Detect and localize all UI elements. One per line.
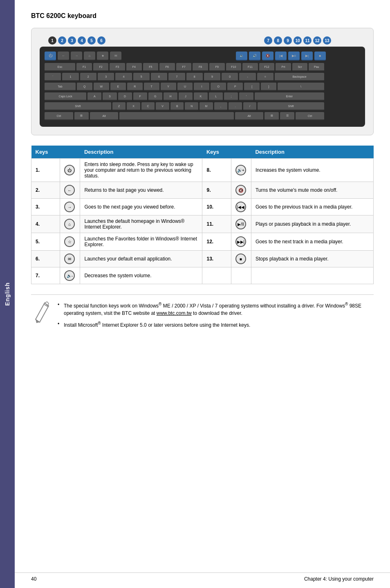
kb-label-3: 3 <box>68 36 76 45</box>
kb-f3: F3 <box>110 63 125 71</box>
kb-rshift: Shift <box>258 102 324 110</box>
keyboard-body: ⏻ ← → ⌂ ★ ✉ 🔉 🔊 🔇 |◀ ▶II ▶| ■ Esc F1 <box>40 47 365 127</box>
kb-f: F <box>133 92 147 101</box>
kb-label-2: 2 <box>58 36 66 45</box>
key-num-left-6: 7. <box>31 267 60 284</box>
kb-semi: ; <box>224 92 238 101</box>
kb-s: S <box>103 92 117 101</box>
note-bullet-2: Install Microsoft® Internet Explorer 5.0… <box>58 320 374 329</box>
kb-g: G <box>148 92 162 101</box>
kb-e: E <box>110 83 126 91</box>
key-num-right-0: 8. <box>202 159 231 182</box>
kb-ctrl-l: Ctrl <box>45 112 73 120</box>
key-icon-right-2: |◀◀ <box>231 199 251 215</box>
kb-l: L <box>209 92 223 101</box>
kb-fav-key: ★ <box>97 52 108 61</box>
kb-c: C <box>141 102 155 110</box>
kb-f12: F12 <box>259 63 275 71</box>
key-desc-left-0: Enters into sleep mode. Press any key to… <box>80 159 202 182</box>
kb-3: 3 <box>98 73 114 81</box>
key-num-right-4: 12. <box>202 233 231 251</box>
kb-tab: Tab <box>45 83 76 91</box>
kb-h: H <box>164 92 177 101</box>
kb-k: K <box>194 92 208 101</box>
kb-v: V <box>156 102 169 110</box>
table-row: 4. ⌂ Launches the default homepage in Wi… <box>31 215 374 233</box>
kb-b: B <box>170 102 184 110</box>
main-content: BTC 6200C keyboard 1 2 3 4 5 6 7 8 9 10 … <box>15 0 390 344</box>
kb-mail-key: ✉ <box>110 52 121 61</box>
kb-quote: ' <box>239 92 253 101</box>
keys-table: Keys Description Keys Description 1. ⏻ E… <box>31 146 374 284</box>
table-row: 5. ☆ Launches the Favorites folder in Wi… <box>31 233 374 251</box>
kb-p: P <box>227 83 243 91</box>
kb-lbracket: [ <box>244 83 260 91</box>
kb-f2: F2 <box>93 63 109 71</box>
kb-f10: F10 <box>226 63 242 71</box>
key-num-left-0: 1. <box>31 159 60 182</box>
kb-slash: / <box>243 102 257 110</box>
note-text-2: Install Microsoft® Internet Explorer 5.0… <box>64 322 250 328</box>
kb-back-key: ← <box>58 52 69 61</box>
kb-0: 0 <box>222 73 238 81</box>
key-desc-right-0: Increases the system volume. <box>251 159 373 182</box>
key-desc-left-3: Launches the default homepage in Windows… <box>80 215 202 233</box>
kb-f6: F6 <box>159 63 175 71</box>
key-icon-right-6 <box>231 267 251 284</box>
kb-rbracket: ] <box>261 83 276 91</box>
sidebar: English <box>0 0 15 588</box>
page-title: BTC 6200C keyboard <box>31 12 374 20</box>
key-icon-left-4: ☆ <box>60 233 80 251</box>
key-num-right-5: 13. <box>202 251 231 267</box>
kb-vol-up-key: 🔊 <box>249 52 260 61</box>
kb-i: I <box>194 83 209 91</box>
key-icon-left-6: 🔉- <box>60 267 80 284</box>
kb-r: R <box>127 83 143 91</box>
col-keys-icon-2 <box>231 146 251 159</box>
kb-ctrl-r: Ctrl <box>296 112 324 120</box>
key-icon-left-0: ⏻ <box>60 159 80 182</box>
kb-prtsc: Prt <box>276 63 291 71</box>
key-icon-right-0: 🔊+ <box>231 159 251 182</box>
note-section: The special function keys work on Window… <box>31 294 374 332</box>
kb-f7: F7 <box>176 63 192 71</box>
kb-fwd-key: → <box>71 52 82 61</box>
note-text-1: The special function keys work on Window… <box>64 303 361 316</box>
key-desc-right-3: Plays or pauses playback in a media play… <box>251 215 373 233</box>
kb-backspace: Backspace <box>275 73 324 81</box>
kb-label-12: 12 <box>313 36 321 45</box>
kb-f11: F11 <box>242 63 258 71</box>
kb-play-key: ▶II <box>288 52 300 61</box>
kb-5: 5 <box>133 73 150 81</box>
kb-win-l: ⊞ <box>74 112 89 120</box>
key-num-left-2: 3. <box>31 199 60 215</box>
key-icon-right-4: ▶▶| <box>231 233 251 251</box>
key-desc-left-6: Decreases the system volume. <box>80 267 202 284</box>
table-row: 2. ← Returns to the last page you viewed… <box>31 182 374 199</box>
kb-esc: Esc <box>45 63 75 71</box>
kb-2: 2 <box>80 73 96 81</box>
kb-z: Z <box>112 102 126 110</box>
kb-6: 6 <box>151 73 167 81</box>
kb-f5: F5 <box>143 63 159 71</box>
kb-9: 9 <box>204 73 220 81</box>
kb-7: 7 <box>168 73 185 81</box>
col-keys-2: Keys <box>202 146 231 159</box>
kb-label-8: 8 <box>274 36 282 45</box>
key-icon-right-5: ■ <box>231 251 251 267</box>
kb-label-6: 6 <box>97 36 105 45</box>
key-num-left-1: 2. <box>31 182 60 199</box>
col-keys-icon-1 <box>60 146 80 159</box>
kb-home-key: ⌂ <box>84 52 95 61</box>
kb-4: 4 <box>115 73 132 81</box>
key-desc-right-1: Turns the volume's mute mode on/off. <box>251 182 373 199</box>
key-icon-right-1: 🔇 <box>231 182 251 199</box>
col-keys-1: Keys <box>31 146 60 159</box>
col-desc-1: Description <box>80 146 202 159</box>
kb-u: U <box>177 83 193 91</box>
key-desc-right-4: Goes to the next track in a media player… <box>251 233 373 251</box>
key-desc-left-5: Launches your default email application. <box>80 251 202 267</box>
keyboard-number-labels-left: 1 2 3 4 5 6 7 8 9 10 11 12 13 <box>40 36 365 45</box>
kb-tilde: ` <box>45 73 61 81</box>
kb-d: D <box>118 92 132 101</box>
